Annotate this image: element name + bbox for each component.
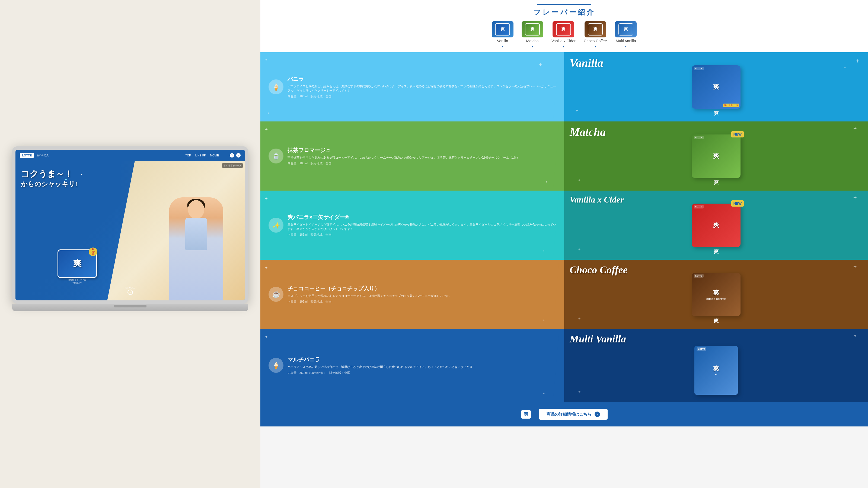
chococoffee-prod-lotte: LOTTE [694,274,704,278]
multivanilla-text-area: マルチバニラ バニラアイスと爽の新しい組み合わせ。濃厚な甘さと爽やかな後味が両立… [287,356,475,375]
laptop-wrapper: LOTTE おロの恋人 TOP LINE UP MOVIE 𝕏 [12,147,248,315]
matcha-thumb-img: 爽 [525,23,540,35]
vanilla-capacity: 内容量：185ml 販売地域：全国 [287,94,556,98]
matcha-text-area: 抹茶フロマージュ 宇治抹茶を使用した深みのある抹茶コーヒーアイス。なめらかなクリ… [287,147,520,165]
vanilla-prod-inner: LOTTE 爽 新!コク旨バニラ [692,65,741,109]
chococoffee-text-area: チョココーヒー（チョコチップ入り） エスプレッソを使用した深みのあるチョココーヒ… [287,285,452,304]
vanilla-prod-lotte: LOTTE [694,67,704,70]
flavor-thumb-matcha[interactable]: 爽 Matcha ▾ [522,21,543,48]
vcider-text-area: 爽バニラ×三矢サイダー® 三矢サイダーをイメージした爽アイス。バニラが爽快感倍増… [287,214,556,237]
matcha-capacity: 内容量：185ml 販売地域：全国 [287,161,520,165]
vcider-new-badge: NEW [731,200,744,206]
full-page: LOTTE おロの恋人 TOP LINE UP MOVIE 𝕏 [0,0,868,488]
chococoffee-icon: ☕ [269,287,283,302]
cta-button-text: 商品の詳細情報はこちら [547,412,591,417]
scroll-arrow-icon: ▼ [127,290,133,295]
sparkle-v3: ✦ [538,62,542,68]
matcha-thumb-arrow: ▾ [532,44,533,48]
right-content: フレーバー紹介 爽 Vanilla ▾ 爽 Matcha [260,0,868,488]
vcider-product-img-wrapper: LOTTE 爽 NEW 爽 [692,204,741,255]
vanilla-product-img-wrapper: LOTTE 爽 新!コク旨バニラ 爽 [692,65,741,117]
matcha-right: ✦ ✦ Matcha LOTTE 爽 [564,122,868,191]
multivanilla-prod-brand: 爽 [713,365,719,373]
sparkle-m2: ✦ [545,180,548,184]
lotte-navbar: LOTTE おロの恋人 TOP LINE UP MOVIE 𝕏 [16,150,245,161]
vanilla-prod-brand: 爽 [713,83,719,91]
vanilla-thumb-label: Vanilla [497,39,508,43]
chococoffee-desc: エスプレッソを使用した深みのあるチョココーヒーアイス。ロゴが描くチョコチップのコ… [287,294,452,298]
matcha-product-img: LOTTE 爽 [692,134,741,178]
lotte-logo-sub: おロの恋人 [37,154,49,157]
matcha-new-badge: NEW [731,131,744,137]
vanilla-sou-brand: 爽 [692,110,741,117]
hero-product-sublabel: 植物性 ラクトアイス乳酸品入り [58,279,97,284]
chococoffee-name-jp: チョココーヒー（チョコチップ入り） [287,285,452,292]
cta-button[interactable]: 商品の詳細情報はこちら › [539,409,608,420]
cta-arrow-icon: › [595,412,600,417]
multivanilla-thumb-arrow: ▾ [625,44,627,48]
multivanilla-capacity: 内容量：360ml（90ml×4個） 販売地域：全国 [287,371,475,375]
multivanilla-left-inner: ✦ ✦ 🍦 マルチバニラ バニラアイスと爽の新しい組み合わせ。濃厚な甘さと爽やか… [260,329,564,402]
vcider-icon: ✨ [269,218,283,233]
multivanilla-prod-lotte: LOTTE [696,347,706,351]
sparkle-v1: ✦ [265,58,268,62]
matcha-prod-brand: 爽 [713,152,719,160]
vanilla-left-inner: ✦ ✦ ✦ 🍦 バニラ バニラアイスと爽の新しい組み合わせ。濃厚な甘さの中に爽や… [260,52,564,122]
multivanilla-left: ✦ ✦ 🍦 マルチバニラ バニラアイスと爽の新しい組み合わせ。濃厚な甘さと爽やか… [260,329,564,402]
flavor-header: フレーバー紹介 [260,0,868,19]
matcha-left: ✦ ✦ 🍵 抹茶フロマージュ 宇治抹茶を使用した深みのある抹茶コーヒーアイス。な… [260,122,564,191]
nav-lineup[interactable]: LINE UP [195,154,206,157]
vcider-sou-brand: 爽 [692,248,741,255]
flavor-thumb-vcider[interactable]: 爽 Vanilla x Cider ▾ [552,21,576,48]
hero-tagline-line2: からのシャッキリ! [21,180,77,188]
sparkle-v2: ✦ [267,112,269,115]
vcider-thumb-arrow: ▾ [563,44,564,48]
flavor-thumb-multivanilla[interactable]: 爽 Multi Vanilla ▾ [615,21,637,48]
loop-button[interactable]: しずるる秒ループ [222,163,243,168]
nav-social-icons: 𝕏 f [230,153,241,158]
sparkle-2: ✦ [64,177,67,182]
vcider-info: ✨ 爽バニラ×三矢サイダー® 三矢サイダーをイメージした爽アイス。バニラが爽快感… [269,214,556,237]
chococoffee-thumb-label: Choco Coffee [584,39,607,43]
sparkle-vc2: ✦ [542,249,545,253]
multivanilla-thumb-label: Multi Vanilla [616,39,636,43]
twitter-icon[interactable]: 𝕏 [230,153,234,158]
hero-person [169,197,223,300]
chococoffee-product-img-wrapper: LOTTE 爽 CHOCO COFFEE 爽 [692,273,741,324]
chococoffee-sou-brand: 爽 [692,318,741,324]
scroll-label: SCROLL [125,286,135,289]
multivanilla-script-name: Multi Vanilla [569,333,626,345]
scroll-button[interactable]: SCROLL ▼ [125,286,135,295]
multivanilla-prod-label: ×4 [715,373,717,376]
matcha-script-name: Matcha [569,126,606,138]
flavor-row-matcha: ✦ ✦ 🍵 抹茶フロマージュ 宇治抹茶を使用した深みのある抹茶コーヒーアイス。な… [260,122,868,191]
flavor-thumb-vanilla[interactable]: 爽 Vanilla ▾ [492,21,514,48]
chococoffee-prod-brand: 爽 [713,289,719,297]
chococoffee-info: ☕ チョココーヒー（チョコチップ入り） エスプレッソを使用した深みのあるチョココ… [269,285,556,304]
lotte-logo: LOTTE [20,153,34,158]
hero-product-name-kanji: 爽 [73,258,82,269]
vanilla-product-area: Vanilla LOTTE 爽 新!コク旨バニラ 爽 [564,52,868,122]
matcha-product-img-wrapper: LOTTE 爽 NEW 爽 [692,134,741,186]
vanilla-text-area: バニラ バニラアイスと爽の新しい組み合わせ。濃厚な甘さの中に爽やかな味わいのラク… [287,75,556,98]
bottom-cta: 爽 商品の詳細情報はこちら › [260,402,868,426]
matcha-desc: 宇治抹茶を使用した深みのある抹茶コーヒーアイス。なめらかなクリームチーズ風味との… [287,156,520,160]
matcha-name-jp: 抹茶フロマージュ [287,147,520,154]
vanilla-left: ✦ ✦ ✦ 🍦 バニラ バニラアイスと爽の新しい組み合わせ。濃厚な甘さの中に爽や… [260,52,564,122]
sparkle-mv1: ✦ [265,334,268,339]
vanilla-right: ✦ ✦ ✦ Vanilla LOTTE 爽 新!コク旨バニラ [564,52,868,122]
nav-top[interactable]: TOP [185,154,191,157]
laptop-screen-inner: LOTTE おロの恋人 TOP LINE UP MOVIE 𝕏 [16,150,245,300]
vanilla-desc: バニラアイスと爽の新しい組み合わせ。濃厚な甘さの中に爽やかな味わいのラクトアイス… [287,84,556,93]
vanilla-product-img: LOTTE 爽 新!コク旨バニラ [692,65,741,109]
facebook-icon[interactable]: f [236,153,241,158]
laptop-base [12,304,248,311]
vcider-product-area: Vanilla x Cider LOTTE 爽 NEW 爽 [564,191,868,260]
flavor-thumb-chococoffee[interactable]: 爽 Choco Coffee ▾ [584,21,607,48]
multivanilla-product-img-wrapper: LOTTE 爽 ×4 [694,346,738,395]
vcider-capacity: 内容量：185ml 販売地域：全国 [287,233,556,237]
matcha-info: 🍵 抹茶フロマージュ 宇治抹茶を使用した深みのある抹茶コーヒーアイス。なめらかな… [269,147,556,165]
nav-movie[interactable]: MOVIE [210,154,219,157]
chococoffee-capacity: 内容量：195ml 販売地域：全国 [287,300,452,304]
matcha-icon: 🍵 [269,149,283,163]
